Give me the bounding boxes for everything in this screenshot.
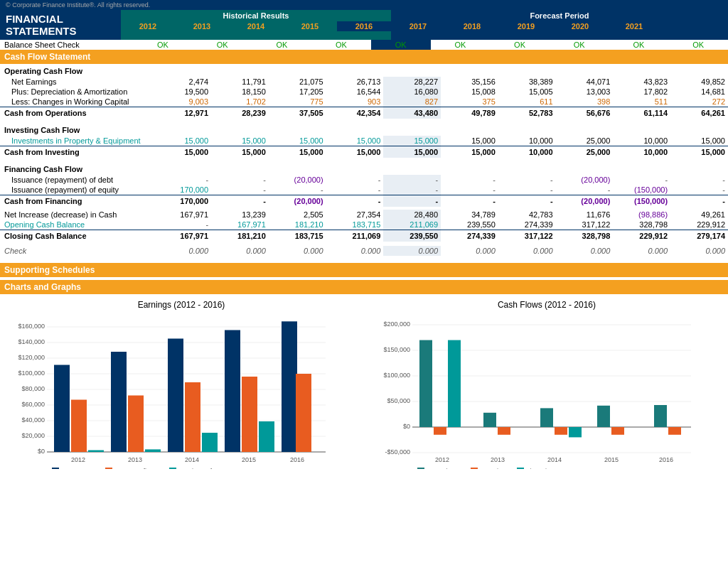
legend-ebt-label: Earning Before Tax [178, 468, 233, 469]
ne-2012: 2,474 [154, 77, 211, 87]
year-2016: 2016 [337, 21, 391, 31]
equity-label: Issuance (repayment) of equity [0, 185, 154, 195]
svg-text:$140,000: $140,000 [18, 338, 45, 345]
charts-area: Earnings (2012 - 2016) $160,000 $140,000… [0, 294, 728, 476]
svg-text:2015: 2015 [242, 456, 256, 463]
investments-label: Investments in Property & Equipment [0, 136, 154, 146]
svg-text:$160,000: $160,000 [18, 323, 45, 330]
copyright: © Corporate Finance Institute®. All righ… [0, 0, 728, 10]
debt-row: Issuance (repayment) of debt - - (20,000… [0, 175, 728, 185]
svg-text:2013: 2013 [128, 456, 142, 463]
bar-2016-revenue [282, 321, 297, 452]
supporting-section-header: Supporting Schedules [0, 263, 728, 277]
svg-text:-$50,000: -$50,000 [385, 448, 410, 455]
bar-2013-gp [128, 396, 144, 453]
cf-2013-inv [498, 427, 510, 435]
balance-ok-2021: OK [668, 40, 728, 50]
cf-2015-op [597, 406, 610, 427]
net-earnings-label: Net Earnings [0, 77, 154, 87]
balance-ok-2020: OK [609, 40, 669, 50]
historical-header: Historical Results [121, 10, 391, 21]
financing-header-row: Financing Cash Flow [0, 162, 728, 175]
year-2019: 2019 [499, 21, 553, 31]
legend-ebt-icon [169, 468, 176, 469]
year-2020: 2020 [553, 21, 607, 31]
svg-text:2016: 2016 [290, 456, 304, 463]
bar-2015-ebt [259, 421, 274, 452]
net-increase-row: Net Increase (decrease) in Cash 167,971 … [0, 210, 728, 220]
operating-header-row: Operating Cash Flow [0, 64, 728, 77]
da-label: Plus: Depreciation & Amortization [0, 87, 154, 97]
svg-text:$0: $0 [403, 423, 410, 430]
cf-2015-inv [611, 427, 624, 435]
earnings-chart-title: Earnings (2012 - 2016) [6, 300, 357, 310]
page-title: FINANCIAL STATEMENTS [6, 13, 115, 37]
bar-2013-revenue [111, 352, 127, 452]
balance-ok-2012: OK [133, 40, 193, 50]
year-2012: 2012 [121, 21, 175, 31]
cf-2014-fin [569, 427, 582, 437]
ne-2020: 43,823 [613, 77, 670, 87]
ne-2017: 35,156 [441, 77, 498, 87]
balance-ok-2013: OK [193, 40, 252, 50]
legend-gp-icon [105, 468, 112, 469]
bar-2013-ebt [145, 449, 161, 452]
year-2018: 2018 [445, 21, 499, 31]
cashflow-section-header: Cash Flow Statement [0, 50, 728, 64]
cf-2014-op [540, 408, 553, 427]
cashflows-chart-title: Cash Flows (2012 - 2016) [371, 300, 722, 310]
balance-check-label: Balance Sheet Check [0, 40, 133, 50]
cf-2012-inv [434, 427, 446, 435]
check-label: Check [0, 246, 154, 256]
forecast-header: Forecast Period [391, 10, 728, 21]
charts-section-header: Charts and Graphs [0, 280, 728, 294]
legend-revenue-icon [52, 468, 59, 469]
ne-2019: 44,071 [556, 77, 614, 87]
ne-2014: 21,075 [269, 77, 326, 87]
svg-text:$100,000: $100,000 [383, 372, 410, 379]
investing-label: Investing Cash Flow [0, 123, 728, 136]
bar-2014-revenue [168, 339, 183, 453]
bar-2012-revenue [54, 365, 70, 453]
balance-check-table: Balance Sheet Check OK OK OK OK OK OK OK… [0, 40, 728, 50]
balance-ok-2017: OK [431, 40, 491, 50]
cash-from-ops-row: Cash from Operations 12,971 28,239 37,50… [0, 107, 728, 119]
svg-text:2012: 2012 [435, 456, 449, 463]
closing-cash-row: Closing Cash Balance 167,971 181,210 183… [0, 230, 728, 242]
year-2015: 2015 [283, 21, 337, 31]
ne-2016: 28,227 [383, 77, 441, 87]
svg-text:$100,000: $100,000 [18, 370, 45, 377]
svg-text:2015: 2015 [604, 456, 619, 463]
bar-2016-gp [296, 374, 311, 452]
closing-cash-label: Closing Cash Balance [0, 230, 154, 242]
bar-2015-revenue [225, 330, 240, 453]
cashflows-chart: Cash Flows (2012 - 2016) $200,000 $150,0… [371, 300, 722, 470]
svg-text:$200,000: $200,000 [383, 320, 410, 328]
cashflow-table: Operating Cash Flow Net Earnings 2,474 1… [0, 64, 728, 260]
debt-label: Issuance (repayment) of debt [0, 175, 154, 185]
earnings-chart-svg: $160,000 $140,000 $120,000 $100,000 $80,… [6, 313, 333, 469]
operating-label: Operating Cash Flow [0, 64, 728, 77]
svg-text:$20,000: $20,000 [21, 432, 45, 439]
svg-text:$120,000: $120,000 [18, 354, 45, 361]
legend-op-label: Operating [427, 468, 455, 469]
bar-2014-gp [185, 382, 200, 452]
cf-2012-op [419, 340, 432, 427]
year-2021: 2021 [607, 21, 661, 31]
cash-from-financing-label: Cash from Financing [0, 195, 154, 207]
wc-row: Less: Changes in Working Capital 9,003 1… [0, 97, 728, 107]
opening-cash-row: Opening Cash Balance - 167,971 181,210 1… [0, 220, 728, 230]
equity-row: Issuance (repayment) of equity 170,000 -… [0, 185, 728, 195]
year-2014: 2014 [229, 21, 283, 31]
cf-2016-op [654, 405, 667, 427]
cash-from-ops-label: Cash from Operations [0, 107, 154, 119]
cf-2016-inv [668, 427, 681, 435]
svg-text:$60,000: $60,000 [21, 401, 45, 408]
svg-text:2014: 2014 [185, 456, 199, 463]
legend-inv-label: Investing [480, 468, 505, 469]
balance-ok-2019: OK [550, 40, 609, 50]
earnings-chart: Earnings (2012 - 2016) $160,000 $140,000… [6, 300, 357, 470]
legend-revenue-label: Revenue [61, 468, 87, 469]
ne-2018: 38,389 [498, 77, 556, 87]
year-2017: 2017 [391, 21, 445, 31]
